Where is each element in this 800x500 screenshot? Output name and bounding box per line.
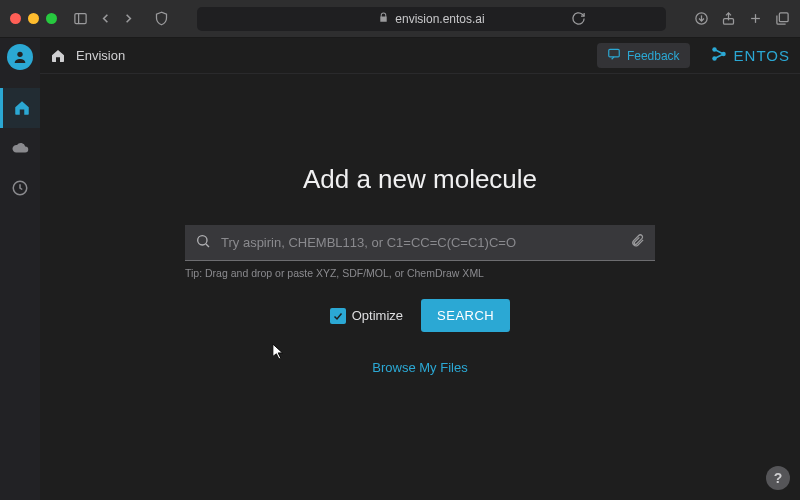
lock-icon	[378, 12, 389, 26]
app-shell: Envision Feedback entos Add a new molecu…	[0, 38, 800, 500]
checkbox-checked-icon	[330, 308, 346, 324]
svg-line-14	[716, 50, 722, 53]
home-icon[interactable]	[50, 48, 66, 64]
maximize-window-icon[interactable]	[46, 13, 57, 24]
svg-line-15	[716, 55, 722, 58]
top-bar: Envision Feedback entos	[40, 38, 800, 74]
content-area: Add a new molecule Tip: Drag and drop or…	[40, 74, 800, 500]
new-tab-icon[interactable]	[748, 11, 763, 26]
optimize-checkbox[interactable]: Optimize	[330, 308, 403, 324]
tip-text: Tip: Drag and drop or paste XYZ, SDF/MOL…	[185, 267, 655, 279]
minimize-window-icon[interactable]	[28, 13, 39, 24]
feedback-label: Feedback	[627, 49, 680, 63]
refresh-icon[interactable]	[571, 11, 586, 26]
forward-icon[interactable]	[121, 11, 136, 26]
app-name: Envision	[76, 48, 125, 63]
chrome-right-icons	[694, 11, 790, 26]
search-button[interactable]: SEARCH	[421, 299, 510, 332]
logo-mark-icon	[710, 45, 728, 66]
close-window-icon[interactable]	[10, 13, 21, 24]
logo[interactable]: entos	[710, 45, 790, 66]
svg-point-16	[198, 235, 207, 244]
shield-icon[interactable]	[154, 11, 169, 26]
svg-rect-7	[779, 13, 788, 22]
svg-rect-10	[609, 49, 620, 57]
browse-files-link[interactable]: Browse My Files	[372, 360, 467, 375]
molecule-search-input[interactable]	[221, 235, 620, 250]
page-title: Add a new molecule	[303, 164, 537, 195]
sidebar-toggle-icon[interactable]	[73, 11, 88, 26]
main-panel: Envision Feedback entos Add a new molecu…	[40, 38, 800, 500]
url-text: envision.entos.ai	[395, 12, 484, 26]
rail-history[interactable]	[0, 168, 40, 208]
search-icon	[195, 233, 211, 253]
attachment-icon[interactable]	[630, 233, 645, 252]
search-controls: Optimize SEARCH	[330, 299, 510, 332]
svg-line-17	[206, 244, 209, 247]
browser-chrome: envision.entos.ai	[0, 0, 800, 38]
tabs-icon[interactable]	[775, 11, 790, 26]
rail-home[interactable]	[0, 88, 40, 128]
svg-rect-0	[75, 14, 86, 24]
svg-point-8	[17, 52, 22, 57]
url-bar[interactable]: envision.entos.ai	[197, 7, 666, 31]
chat-icon	[607, 47, 621, 64]
logo-text: entos	[734, 47, 790, 64]
download-icon[interactable]	[694, 11, 709, 26]
share-icon[interactable]	[721, 11, 736, 26]
molecule-search-box[interactable]	[185, 225, 655, 261]
back-icon[interactable]	[98, 11, 113, 26]
left-rail	[0, 38, 40, 500]
optimize-label: Optimize	[352, 308, 403, 323]
avatar[interactable]	[7, 44, 33, 70]
nav-arrows	[98, 11, 136, 26]
feedback-button[interactable]: Feedback	[597, 43, 690, 68]
rail-cloud[interactable]	[0, 128, 40, 168]
window-controls	[10, 13, 57, 24]
help-button[interactable]: ?	[766, 466, 790, 490]
